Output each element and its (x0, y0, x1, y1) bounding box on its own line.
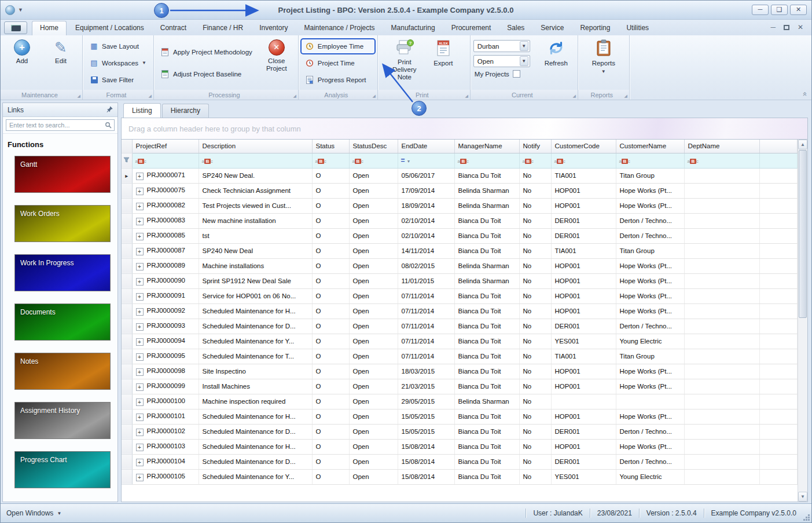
ribbon-tab-service[interactable]: Service (533, 21, 571, 35)
ribbon-tab-inventory[interactable]: Inventory (252, 21, 295, 35)
expand-button[interactable]: + (136, 338, 144, 346)
expand-button[interactable]: + (136, 188, 144, 195)
view-tab-listing[interactable]: Listing (123, 103, 161, 118)
table-row[interactable]: +PRJ0000082Test Projects viewed in Cust.… (122, 198, 798, 213)
open-windows-button[interactable]: Open Windows ▼ (6, 509, 61, 517)
table-row[interactable]: +PRJ0000101Scheduled Maintenance for H..… (122, 409, 798, 424)
adjust-project-baseline-button[interactable]: Adjust Project Baseline (157, 67, 256, 81)
save-filter-button[interactable]: Save Filter (86, 73, 150, 87)
table-row[interactable]: +PRJ0000090Sprint SP1912 New Deal SaleOO… (122, 273, 798, 288)
view-tab-hierarchy[interactable]: Hierarchy (162, 104, 209, 118)
table-row[interactable]: +PRJ0000103Scheduled Maintenance for H..… (122, 439, 798, 454)
column-header-enddate[interactable]: EndDate (398, 140, 454, 153)
group-by-bar[interactable]: Drag a column header here to group by th… (121, 118, 808, 140)
column-header-projectref[interactable]: ProjectRef (132, 140, 199, 153)
expand-button[interactable]: + (136, 218, 144, 225)
table-row[interactable]: +PRJ0000094Scheduled Maintenance for Y..… (122, 334, 798, 349)
function-tile-work-orders[interactable]: Work Orders (14, 205, 111, 242)
app-logo-icon[interactable] (5, 5, 15, 15)
ribbon-tab-reporting[interactable]: Reporting (572, 21, 618, 35)
workspaces-button[interactable]: Workspaces ▼ (86, 56, 150, 70)
table-row[interactable]: +PRJ0000104Scheduled Maintenance for D..… (122, 454, 798, 469)
function-tile-assignment-history[interactable]: Assignment History (14, 402, 111, 439)
expand-button[interactable]: + (136, 203, 144, 210)
expand-button[interactable]: + (136, 368, 144, 376)
function-tile-work-in-progress[interactable]: Work In Progress (14, 254, 111, 291)
filter-cell-enddate[interactable]: =▼ (398, 153, 454, 168)
expand-button[interactable]: + (136, 293, 144, 301)
function-tile-gantt[interactable]: Gantt (14, 156, 111, 193)
table-row[interactable]: +PRJ0000087SP240 New DealOOpen14/11/2014… (122, 243, 798, 258)
edit-button[interactable]: ✎ Edit (42, 38, 79, 89)
minimize-button[interactable]: ─ (752, 5, 769, 15)
export-button[interactable]: XLSX Export (425, 38, 462, 89)
table-row[interactable]: +PRJ0000093Scheduled Maintenance for D..… (122, 319, 798, 334)
close-project-button[interactable]: ✕ Close Project (258, 38, 295, 89)
scroll-down-icon[interactable]: ▼ (798, 492, 807, 502)
expand-button[interactable]: + (136, 474, 144, 481)
dialog-launcher-icon[interactable]: ◢ (465, 94, 468, 98)
expand-button[interactable]: + (136, 278, 144, 286)
scrollbar-thumb[interactable] (799, 150, 807, 318)
expand-button[interactable]: + (136, 398, 144, 406)
table-row[interactable]: +PRJ0000100Machine inspection requiredOO… (122, 394, 798, 409)
function-tile-progress-chart[interactable]: Progress Chart (14, 451, 111, 488)
mdi-close-icon[interactable]: ✕ (798, 23, 803, 31)
search-icon[interactable] (105, 122, 112, 130)
pin-icon[interactable] (106, 106, 113, 114)
filter-cell-deptname[interactable]: aBc (684, 153, 759, 168)
maximize-button[interactable]: ❑ (771, 5, 788, 15)
table-row[interactable]: +PRJ0000095Scheduled Maintenance for T..… (122, 349, 798, 364)
search-input[interactable] (6, 119, 115, 131)
expand-button[interactable]: + (136, 173, 144, 180)
dialog-launcher-icon[interactable]: ◢ (572, 94, 575, 98)
quick-access-caret-icon[interactable]: ▼ (18, 7, 23, 13)
dialog-launcher-icon[interactable]: ◢ (293, 94, 296, 98)
filter-cell-status[interactable]: aBc (312, 153, 349, 168)
ribbon-tab-maintenance-projects[interactable]: Maintenance / Projects (297, 21, 383, 35)
progress-report-button[interactable]: Progress Report (302, 73, 374, 87)
ribbon-tab-sales[interactable]: Sales (499, 21, 532, 35)
filter-cell-statusdesc[interactable]: aBc (349, 153, 398, 168)
employee-time-button[interactable]: Employee Time (302, 39, 374, 53)
table-row[interactable]: +PRJ0000102Scheduled Maintenance for D..… (122, 424, 798, 439)
filter-cell-managername[interactable]: aBc (454, 153, 519, 168)
dialog-launcher-icon[interactable]: ◢ (624, 94, 627, 98)
expand-button[interactable]: + (136, 263, 144, 270)
mdi-restore-icon[interactable] (784, 25, 789, 30)
ribbon-tab-manufacturing[interactable]: Manufacturing (384, 21, 443, 35)
dialog-launcher-icon[interactable]: ◢ (149, 94, 152, 98)
scroll-up-icon[interactable]: ▲ (798, 140, 807, 149)
ribbon-tab-contract[interactable]: Contract (153, 21, 194, 35)
column-header-status[interactable]: Status (312, 140, 349, 153)
ribbon-tab-home[interactable]: Home (32, 21, 67, 35)
collapse-ribbon-icon[interactable]: » (800, 92, 809, 96)
ribbon-tab-equipment-locations[interactable]: Equipment / Locations (68, 21, 152, 35)
mdi-minimize-icon[interactable]: ─ (770, 23, 776, 31)
resize-grip[interactable] (808, 519, 810, 521)
project-time-button[interactable]: Project Time (302, 56, 374, 70)
column-header-managername[interactable]: ManagerName (454, 140, 519, 153)
table-row[interactable]: +PRJ0000089Machine installationsOOpen08/… (122, 258, 798, 273)
filter-cell-customercode[interactable]: aBc (551, 153, 616, 168)
my-projects-checkbox-row[interactable]: My Projects (473, 70, 530, 78)
table-row[interactable]: +PRJ0000083New machine installationOOpen… (122, 213, 798, 228)
filter-cell-notify[interactable]: aBc (519, 153, 551, 168)
table-row[interactable]: +PRJ0000105Scheduled Maintenance for Y..… (122, 469, 798, 484)
table-row[interactable]: +PRJ0000098Site InspectinoOOpen18/03/201… (122, 364, 798, 379)
save-layout-button[interactable]: Save Layout (86, 39, 150, 53)
column-header-deptname[interactable]: DeptName (684, 140, 759, 153)
ribbon-tab-finance-hr[interactable]: Finance / HR (195, 21, 251, 35)
expand-button[interactable]: + (136, 308, 144, 316)
filter-cell-customername[interactable]: aBc (616, 153, 684, 168)
table-row[interactable]: +PRJ0000085tstOOpen02/10/2014Bianca Du T… (122, 228, 798, 243)
refresh-button[interactable]: Refresh (538, 38, 575, 89)
application-menu-button[interactable] (4, 21, 27, 34)
expand-button[interactable]: + (136, 248, 144, 255)
column-header-customername[interactable]: CustomerName (616, 140, 684, 153)
filter-cell-description[interactable]: aBc (199, 153, 312, 168)
table-row[interactable]: +PRJ0000075Check Technician AssignmentOO… (122, 183, 798, 198)
site-dropdown[interactable]: Durban ▼ (473, 40, 530, 52)
dialog-launcher-icon[interactable]: ◢ (372, 94, 375, 98)
column-header-description[interactable]: Description (199, 140, 312, 153)
